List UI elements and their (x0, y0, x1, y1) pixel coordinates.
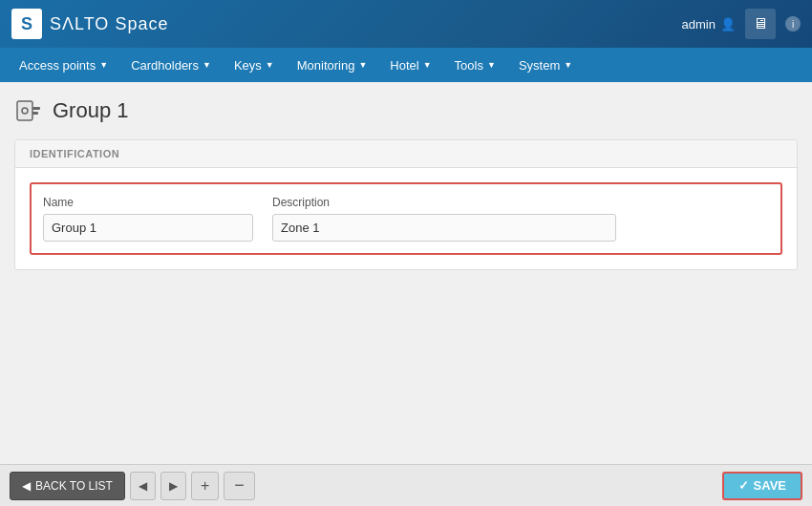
back-to-list-button[interactable]: ◀ BACK TO LIST (10, 472, 125, 500)
nav-monitoring-arrow: ▼ (358, 60, 367, 70)
nav-access-points-arrow: ▼ (99, 60, 108, 70)
description-input[interactable] (272, 214, 616, 242)
nav-access-points[interactable]: Access points ▼ (8, 48, 119, 82)
name-field-group: Name (43, 196, 253, 242)
nav-monitoring[interactable]: Monitoring ▼ (286, 48, 379, 82)
nav-tools-label: Tools (455, 58, 483, 73)
nav-system-label: System (519, 58, 560, 73)
footer-left: ◀ BACK TO LIST ◀ ▶ + − (10, 472, 255, 500)
nav-hotel-label: Hotel (390, 58, 418, 73)
nav-monitoring-label: Monitoring (297, 58, 355, 73)
identification-form: Name Description (30, 182, 782, 255)
svg-rect-2 (32, 107, 40, 110)
user-icon: 👤 (720, 17, 736, 32)
add-icon: + (201, 477, 209, 495)
nav-bar: Access points ▼ Cardholders ▼ Keys ▼ Mon… (0, 48, 812, 82)
logo-letter: S (21, 14, 32, 34)
footer-right: ✓ SAVE (722, 472, 802, 500)
app-name: SΛLTO Space (50, 14, 168, 34)
add-button[interactable]: + (191, 472, 219, 500)
nav-system[interactable]: System ▼ (507, 48, 584, 82)
name-input[interactable] (43, 214, 253, 242)
page-title-row: Group 1 (14, 96, 798, 125)
info-icon[interactable]: i (785, 16, 801, 32)
logo-area: S SΛLTO Space (11, 9, 168, 39)
description-field-group: Description (272, 196, 616, 242)
identification-card: IDENTIFICATION Name Description (14, 139, 798, 270)
back-label: BACK TO LIST (35, 479, 113, 493)
next-icon: ▶ (169, 479, 178, 493)
prev-button[interactable]: ◀ (130, 472, 156, 500)
nav-hotel-arrow: ▼ (423, 60, 432, 70)
remove-button[interactable]: − (224, 472, 255, 500)
footer: ◀ BACK TO LIST ◀ ▶ + − ✓ SAVE (0, 464, 812, 506)
identification-header: IDENTIFICATION (15, 140, 797, 168)
header-right: admin 👤 🖥 i (682, 9, 801, 39)
username-label: admin (682, 17, 716, 32)
admin-user[interactable]: admin 👤 (682, 17, 736, 32)
nav-keys[interactable]: Keys ▼ (223, 48, 286, 82)
nav-system-arrow: ▼ (564, 60, 572, 70)
main-content: Group 1 IDENTIFICATION Name Description (0, 82, 812, 464)
save-button[interactable]: ✓ SAVE (722, 472, 802, 500)
nav-cardholders-arrow: ▼ (203, 60, 211, 70)
name-label: Name (43, 196, 253, 209)
monitor-button[interactable]: 🖥 (745, 9, 776, 39)
svg-rect-0 (17, 101, 32, 120)
nav-hotel[interactable]: Hotel ▼ (378, 48, 442, 82)
logo-box: S (11, 9, 42, 39)
nav-cardholders-label: Cardholders (131, 58, 199, 73)
save-label: SAVE (754, 478, 786, 493)
nav-keys-label: Keys (234, 58, 262, 73)
nav-tools[interactable]: Tools ▼ (443, 48, 507, 82)
page-title: Group 1 (53, 98, 129, 123)
prev-icon: ◀ (139, 479, 147, 493)
remove-icon: − (234, 475, 245, 495)
nav-keys-arrow: ▼ (266, 60, 274, 70)
page-title-icon (14, 96, 43, 125)
save-check-icon: ✓ (738, 478, 749, 493)
nav-access-points-label: Access points (19, 58, 96, 73)
nav-cardholders[interactable]: Cardholders ▼ (119, 48, 223, 82)
svg-rect-3 (32, 112, 38, 115)
back-arrow-icon: ◀ (22, 479, 31, 493)
description-label: Description (272, 196, 616, 209)
next-button[interactable]: ▶ (160, 472, 186, 500)
nav-tools-arrow: ▼ (487, 60, 496, 70)
identification-body: Name Description (15, 168, 797, 269)
header: S SΛLTO Space admin 👤 🖥 i (0, 0, 812, 48)
